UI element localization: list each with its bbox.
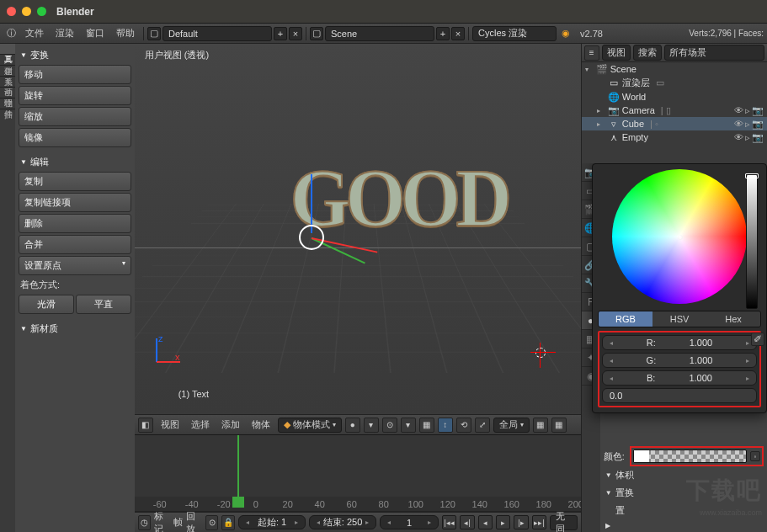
tl-marker-menu[interactable]: 标记 [154,510,170,533]
hsv-tab[interactable]: HSV [652,311,706,327]
close-window-button[interactable] [7,7,16,16]
header-add[interactable]: 添加 [217,417,244,433]
g-field[interactable]: ◂G:1.000▸ [602,353,757,368]
scale-button[interactable]: 缩放 [19,107,131,126]
outliner-row[interactable]: ▸📷Camera| ▯👁▹📷 [582,104,767,117]
mirror-button[interactable]: 镜像 [19,128,131,147]
end-frame-field[interactable]: ◂结束: 250▸ [309,515,376,529]
r-field[interactable]: ◂R:1.000▸ [602,335,757,350]
maximize-window-button[interactable] [37,7,46,16]
playhead-marker[interactable] [232,497,244,508]
layers-grid-1[interactable]: ▦ [533,418,548,433]
pivot-icon[interactable]: ⊙ [382,418,397,433]
jump-start-button[interactable]: |◂◂ [442,515,456,529]
outliner-editor-type-icon[interactable]: ≡ [584,45,599,61]
rotate-button[interactable]: 旋转 [19,86,131,105]
panel-transform-header[interactable]: ▼变换 [19,47,131,63]
outliner-row[interactable]: ⋏Empty👁▹📷 [582,130,767,144]
play-reverse-button[interactable]: ◂ [478,515,493,529]
menu-help[interactable]: 帮助 [111,25,140,41]
outliner-row[interactable]: ▭渲染层▭ [582,76,767,90]
shading-dropdown-icon[interactable]: ▾ [364,418,379,433]
color-node-button[interactable]: ◦ [750,451,760,461]
timeline-track[interactable] [135,435,581,497]
manipulator-rotate-icon[interactable]: ⟲ [456,418,471,433]
tab-animation[interactable]: 动画 [0,77,15,88]
sync-dropdown[interactable]: 无同 [550,515,578,530]
render-engine-dropdown[interactable]: Cycles 渲染 [472,26,557,41]
minimize-window-button[interactable] [22,7,31,16]
tab-tools[interactable]: 工具 [0,44,15,55]
manipulator-scale-icon[interactable]: ⤢ [475,418,490,433]
renderable-icon[interactable]: 📷 [752,119,764,130]
current-frame-field[interactable]: ◂1▸ [380,515,439,529]
delete-button[interactable]: 删除 [19,214,131,233]
b-field[interactable]: ◂B:1.000▸ [602,370,757,386]
outliner-row[interactable]: 🌐World [582,90,767,104]
selectable-icon[interactable]: ▹ [745,105,750,116]
timeline-editor-type-icon[interactable]: ◷ [138,515,152,530]
blender-icon[interactable]: ⓘ [3,26,19,41]
volume-section-header[interactable]: ▼体积 [604,466,764,484]
scene-browse-button[interactable]: ▢ [310,27,323,40]
viewport-3d[interactable]: 用户视图 (透视) GOOD zx (1) Text [135,44,581,414]
outliner-row[interactable]: ▾🎬Scene [582,62,767,76]
duplicate-button[interactable]: 复制 [19,172,131,191]
settings-section-header[interactable]: ▶ [604,519,764,532]
selectable-icon[interactable]: ▹ [745,132,750,143]
renderable-icon[interactable]: 📷 [752,132,764,143]
selectable-icon[interactable]: ▹ [745,119,750,130]
scene-add-button[interactable]: + [436,27,450,40]
layout-add-button[interactable]: + [274,27,287,40]
outliner[interactable]: ▾🎬Scene▭渲染层▭🌐World▸📷Camera| ▯👁▹📷▸▿Cube| … [582,62,767,163]
rgb-tab[interactable]: RGB [599,311,652,327]
pivot-dropdown-icon[interactable]: ▾ [401,418,416,433]
shade-flat-button[interactable]: 平直 [76,295,131,314]
layout-remove-button[interactable]: × [289,27,302,40]
outliner-view-menu[interactable]: 视图 [602,45,631,61]
visibility-icon[interactable]: 👁 [734,119,743,130]
timeline-ruler[interactable]: -60-40-200204060801001201401601802002202… [135,497,581,512]
keyframe-prev-button[interactable]: ◂| [460,515,474,529]
scene-remove-button[interactable]: × [451,27,465,40]
scene-field[interactable]: Scene [325,26,434,41]
editor-type-icon[interactable]: ◧ [138,418,153,433]
tab-relations[interactable]: 关系 [0,66,15,77]
outliner-row[interactable]: ▸▿Cube| ◦👁▹📷 [582,117,767,130]
header-object[interactable]: 物体 [248,417,274,433]
tab-create[interactable]: 创建 [0,55,15,66]
hex-tab[interactable]: Hex [706,311,760,327]
surface-color-swatch[interactable] [633,450,747,463]
value-slider[interactable] [746,174,758,309]
visibility-icon[interactable]: 👁 [734,105,743,116]
expand-icon[interactable]: ▸ [597,120,605,128]
jump-end-button[interactable]: ▸▸| [532,515,546,529]
mode-dropdown[interactable]: ◆物体模式▾ [278,418,342,433]
play-button[interactable]: ▸ [496,515,510,529]
tl-playback-menu[interactable]: 回放 [186,510,202,533]
menu-window[interactable]: 窗口 [81,25,109,41]
outliner-search-field[interactable]: 搜索 [633,45,662,61]
translate-button[interactable]: 移动 [19,65,131,84]
tab-addons[interactable]: 插件 [0,98,15,109]
orientation-dropdown[interactable]: 全局▾ [493,418,530,433]
layers-button[interactable]: ▦ [419,418,434,433]
screen-layout-field[interactable]: Default [162,26,272,41]
color-wheel-cursor[interactable] [678,235,683,240]
back-to-previous-button[interactable]: ▢ [147,27,161,40]
text-object[interactable]: GOOD [290,151,507,244]
visibility-icon[interactable]: 👁 [734,132,743,143]
playhead[interactable] [237,435,239,497]
value-slider-handle[interactable] [745,173,759,178]
expand-icon[interactable]: ▸ [597,107,605,114]
join-button[interactable]: 合并 [19,235,131,254]
start-frame-field[interactable]: ◂起始: 1▸ [238,515,306,529]
header-view[interactable]: 视图 [157,417,184,433]
gizmo-center[interactable] [299,225,324,250]
manipulator-translate-icon[interactable]: ↕ [438,418,453,433]
menu-file[interactable]: 文件 [20,25,49,41]
duplicate-linked-button[interactable]: 复制链接项 [19,193,131,212]
color-wheel[interactable] [612,169,747,304]
menu-render[interactable]: 渲染 [51,25,79,41]
panel-newmaterial-header[interactable]: ▼新材质 [19,321,131,337]
